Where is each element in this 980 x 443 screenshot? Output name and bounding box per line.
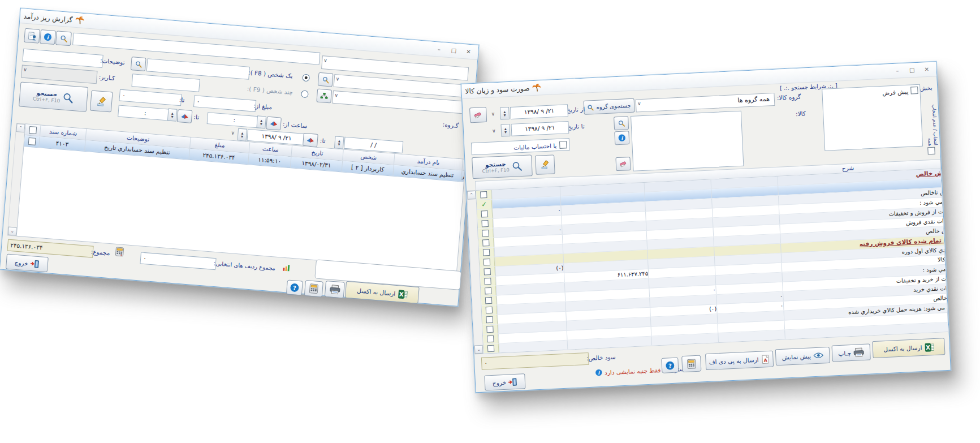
search-button[interactable]: جستجو Ctrl+F, F10 — [19, 81, 88, 111]
row-checkbox[interactable] — [24, 135, 39, 147]
info-button[interactable]: i — [40, 29, 56, 45]
exit-button-label: خروج — [14, 259, 28, 266]
tax-checkbox[interactable] — [559, 141, 567, 149]
description-extra-input[interactable] — [22, 49, 103, 68]
print-button[interactable]: چـاپ — [832, 343, 871, 362]
date-to-input[interactable]: ۱۳۹۸/ ۹ /۲۱ — [511, 121, 569, 136]
row-checkbox[interactable] — [482, 324, 498, 334]
time-to-spinner[interactable]: ▲▼ — [167, 109, 178, 122]
maximize-button[interactable]: □ — [905, 65, 918, 75]
product-search-button[interactable] — [614, 116, 629, 130]
date-from-input[interactable]: ۱۳۹۸/ ۹ /۲۱ — [510, 104, 568, 119]
row-checkbox[interactable] — [483, 343, 499, 353]
description-column-header[interactable]: شرح — [842, 164, 854, 171]
preview-button[interactable]: پیش نمایش — [775, 347, 830, 365]
checkbox-icon — [481, 220, 489, 227]
select-all-checkbox[interactable] — [25, 124, 40, 136]
maximize-button[interactable]: □ — [447, 45, 460, 56]
amount-to-input[interactable]: ۰ — [119, 89, 182, 106]
row-checkbox[interactable] — [479, 248, 495, 257]
row-checkbox[interactable] — [477, 219, 493, 229]
scroll-down-arrow[interactable]: ⌄ — [474, 345, 483, 354]
pl-grid-body[interactable]: فروش خالص✓۰فروش ناخالصکسر مي شود :۰برگشت… — [476, 168, 949, 354]
exit-button[interactable]: خروج — [484, 373, 525, 390]
date-eraser-button[interactable] — [303, 133, 318, 147]
excel-button-label: ارسال به اکسل — [883, 344, 922, 352]
pdf-export-button[interactable]: A ارسال به پی دی اف — [705, 351, 774, 371]
row-checkbox[interactable] — [476, 190, 492, 200]
product-eraser-button[interactable] — [615, 157, 631, 171]
close-button[interactable]: ✕ — [920, 64, 933, 75]
user-input[interactable] — [131, 74, 200, 92]
amount-from-input[interactable]: ۰ — [193, 95, 256, 112]
row-checkbox[interactable] — [478, 238, 494, 248]
select-all-checkbox[interactable] — [927, 147, 935, 155]
row-checkbox[interactable] — [481, 295, 497, 305]
date-eraser-button[interactable] — [469, 107, 487, 123]
minimize-button[interactable]: – — [891, 66, 904, 76]
default-section-item[interactable]: پیش فرض — [882, 87, 909, 98]
row-checkbox[interactable] — [480, 267, 495, 277]
user-combo[interactable]: ∨ — [21, 65, 97, 84]
date-to-spinner[interactable]: ▲▼ — [500, 124, 510, 137]
user-label: کـاربر: — [98, 74, 115, 81]
one-person-radio[interactable] — [302, 74, 310, 81]
checkbox-icon — [484, 278, 491, 285]
org-chart-button[interactable] — [316, 89, 332, 104]
close-button[interactable]: ✕ — [462, 46, 475, 57]
minimize-button[interactable]: – — [433, 44, 446, 55]
row-checkbox[interactable] — [478, 229, 494, 238]
chevron-down-icon: ∨ — [335, 76, 339, 81]
chevron-down-icon: ∨ — [231, 130, 235, 136]
help-button[interactable]: ? — [286, 279, 303, 295]
scroll-down-arrow[interactable]: ⌄ — [8, 227, 17, 236]
eye-icon — [813, 352, 823, 359]
group-search-button[interactable]: جستجوی گروه — [584, 98, 635, 115]
exit-button[interactable]: خروج — [6, 253, 49, 272]
checkbox-icon — [482, 239, 490, 247]
amount-to-label: تا: — [179, 96, 185, 104]
search-tool-button[interactable] — [55, 31, 72, 46]
scroll-up-arrow[interactable]: ⌃ — [467, 191, 476, 200]
product-group-combo[interactable]: ∨ همه گروه ها — [636, 93, 775, 113]
section-listbox[interactable]: پیش فرض — [822, 84, 923, 151]
tax-checkbox-box[interactable]: با احتساب مالیات — [471, 138, 570, 155]
highlight-button[interactable] — [535, 154, 555, 175]
person-search-button[interactable] — [318, 72, 334, 87]
product-listbox[interactable] — [631, 111, 744, 171]
excel-export-button[interactable]: X ارسال به اکسل — [872, 338, 945, 358]
date-to-spinner[interactable]: ▲▼ — [237, 128, 247, 141]
time-to-eraser-button[interactable] — [177, 109, 193, 123]
date-from-spinner[interactable]: ▲▼ — [334, 136, 344, 149]
print-button[interactable] — [325, 281, 345, 299]
help-button[interactable]: ? — [661, 357, 679, 373]
person-report-button[interactable] — [24, 28, 40, 44]
time-from-eraser-button[interactable] — [266, 117, 282, 131]
eraser-icon — [180, 113, 189, 119]
product-info-button[interactable]: i — [614, 131, 629, 145]
date-from-spinner[interactable]: ▲▼ — [500, 107, 510, 120]
product-group-label: گروه کالا: — [777, 93, 801, 101]
row-checkbox[interactable] — [480, 276, 496, 286]
row-checkbox[interactable] — [482, 305, 498, 315]
multi-person-radio[interactable] — [301, 90, 309, 98]
calculator-button[interactable] — [681, 355, 701, 373]
date-from-value: / / — [370, 141, 377, 148]
time-from-spinner[interactable]: ▲▼ — [256, 115, 266, 128]
time-to-input[interactable]: : — [118, 105, 172, 121]
description-search-button[interactable] — [131, 57, 146, 71]
row-checkbox[interactable]: ✓ — [477, 200, 493, 209]
time-from-input[interactable]: : — [207, 112, 262, 128]
search-button[interactable]: جستجو Ctrl+F, F10 — [472, 154, 533, 179]
selected-sum-input[interactable]: ۰ — [140, 252, 216, 270]
scroll-up-arrow[interactable]: ⌃ — [16, 123, 25, 132]
row-checkbox[interactable] — [482, 315, 498, 324]
row-checkbox[interactable] — [480, 257, 495, 267]
calculator-button[interactable] — [304, 280, 323, 297]
row-checkbox[interactable] — [481, 286, 497, 295]
highlight-button[interactable] — [90, 91, 113, 113]
row-checkbox[interactable] — [484, 353, 500, 354]
row-checkbox[interactable] — [483, 334, 499, 343]
default-section-checkbox[interactable] — [910, 87, 918, 94]
row-checkbox[interactable] — [477, 209, 493, 219]
